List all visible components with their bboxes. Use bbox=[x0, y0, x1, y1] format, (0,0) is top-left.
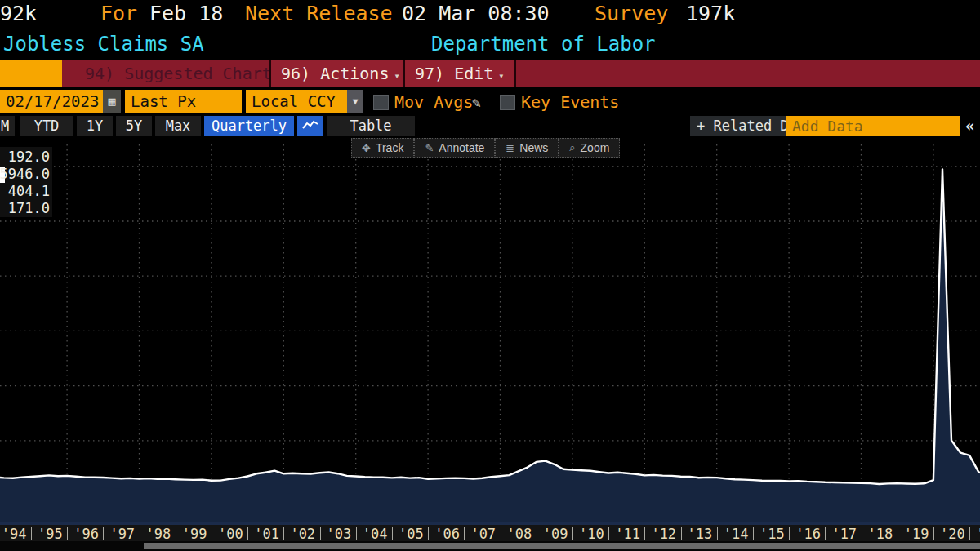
line-chart-icon[interactable] bbox=[297, 116, 323, 136]
x-axis-tick bbox=[283, 527, 284, 540]
tab-table[interactable]: Table bbox=[327, 116, 415, 136]
x-axis-tick bbox=[933, 527, 934, 540]
x-axis-label: '01 bbox=[254, 526, 279, 542]
bloomberg-terminal-window: 92k For Feb 18 Next Release 02 Mar 08:30… bbox=[0, 0, 980, 551]
x-axis-label: '06 bbox=[434, 526, 460, 542]
x-axis-tick bbox=[247, 527, 248, 540]
tab-range-5y[interactable]: 5Y bbox=[116, 116, 152, 136]
currency-dropdown-icon[interactable]: ▼ bbox=[347, 90, 363, 113]
x-axis-label: '03 bbox=[327, 526, 352, 542]
x-axis-label: '95 bbox=[38, 526, 63, 542]
menu-bar: 94) Suggested Charts 96) Actions▾ 97) Ed… bbox=[0, 60, 980, 87]
survey-label: Survey bbox=[595, 2, 668, 25]
next-release-label: Next Release bbox=[245, 2, 393, 25]
jobless-claims-area-chart bbox=[0, 136, 980, 522]
edit-menu[interactable]: 97) Edit▾ bbox=[403, 60, 516, 87]
range-tabs-row: M YTD 1Y 5Y Max Quarterly ▼ Table + Rela… bbox=[0, 116, 980, 136]
x-axis-label: '97 bbox=[109, 526, 135, 542]
x-axis-label: '15 bbox=[760, 526, 785, 542]
x-axis-tick bbox=[501, 527, 501, 540]
x-axis-label: '16 bbox=[795, 526, 821, 542]
x-axis-tick bbox=[31, 527, 32, 540]
actions-label: 96) Actions bbox=[281, 64, 389, 83]
calendar-icon[interactable]: ▦ bbox=[103, 90, 121, 113]
annotate-button[interactable]: ✎ Annotate bbox=[414, 138, 495, 158]
scrollbar-thumb[interactable] bbox=[144, 543, 980, 549]
tab-range-ytd[interactable]: YTD bbox=[20, 116, 74, 136]
x-axis-label: '99 bbox=[182, 526, 207, 542]
x-axis-label: '04 bbox=[363, 526, 388, 542]
tab-range-1y[interactable]: 1Y bbox=[77, 116, 113, 136]
x-axis-tick bbox=[103, 527, 104, 540]
x-axis-label: '18 bbox=[868, 526, 893, 542]
suggested-charts-menu[interactable]: 94) Suggested Charts bbox=[75, 60, 292, 87]
legend-last-value: 192.0 bbox=[8, 149, 50, 166]
x-axis-label: '20 bbox=[940, 526, 965, 542]
key-events-label: Key Events bbox=[521, 90, 619, 113]
header-row: 92k For Feb 18 Next Release 02 Mar 08:30… bbox=[0, 2, 980, 31]
currency-input[interactable]: Local CCY bbox=[246, 90, 347, 113]
security-row: Jobless Claims SA Department of Labor bbox=[0, 33, 980, 59]
zoom-button[interactable]: ⌕ Zoom bbox=[559, 138, 620, 158]
x-axis-tick bbox=[681, 527, 682, 540]
x-axis-tick bbox=[572, 527, 573, 540]
chevron-down-icon: ▾ bbox=[498, 70, 504, 82]
chart-legend: 192.0 5946.0 404.1 171.0 bbox=[0, 147, 52, 217]
for-label: For bbox=[100, 2, 137, 25]
x-axis-label: '14 bbox=[724, 526, 749, 542]
key-events-checkbox[interactable] bbox=[500, 95, 515, 110]
controls-row: 02/17/2023 ▦ Last Px Local CCY ▼ Mov Avg… bbox=[0, 90, 980, 115]
add-data-input[interactable]: Add Data bbox=[786, 116, 960, 136]
zoom-icon: ⌕ bbox=[569, 141, 575, 154]
edit-label: 97) Edit bbox=[415, 64, 493, 83]
chart-area[interactable]: ✥ Track ✎ Annotate ≣ News ⌕ Zoom 192.0 5… bbox=[0, 136, 980, 522]
collapse-panel-icon[interactable]: « bbox=[965, 116, 974, 136]
actions-menu[interactable]: 96) Actions▾ bbox=[270, 60, 412, 87]
chevron-down-icon: ▾ bbox=[394, 70, 399, 82]
x-axis-tick bbox=[969, 527, 970, 540]
track-button[interactable]: ✥ Track bbox=[351, 138, 414, 158]
x-axis-label: '13 bbox=[688, 526, 713, 542]
x-axis-tick bbox=[789, 527, 790, 540]
x-axis-tick bbox=[140, 527, 140, 540]
news-label: News bbox=[519, 141, 548, 154]
x-axis-label: '17 bbox=[831, 526, 857, 542]
x-axis-label: '08 bbox=[507, 526, 532, 542]
tab-range-m[interactable]: M bbox=[0, 116, 15, 136]
tab-range-max[interactable]: Max bbox=[155, 116, 201, 136]
x-axis-tick bbox=[717, 527, 718, 540]
x-axis-tick bbox=[392, 527, 393, 540]
track-icon: ✥ bbox=[362, 142, 371, 154]
for-date-value: Feb 18 bbox=[149, 2, 223, 25]
legend-high-value: 5946.0 bbox=[0, 166, 50, 183]
survey-value: 197k bbox=[686, 2, 735, 25]
security-source: Department of Labor bbox=[431, 33, 656, 56]
x-axis-label: '07 bbox=[470, 526, 496, 542]
annotate-label: Annotate bbox=[439, 141, 484, 154]
x-axis-tick bbox=[644, 527, 645, 540]
mov-avgs-checkbox[interactable] bbox=[373, 95, 389, 110]
period-dropdown[interactable]: Quarterly ▼ bbox=[204, 116, 294, 136]
annotate-icon: ✎ bbox=[425, 142, 434, 154]
x-axis-label: '98 bbox=[146, 526, 172, 542]
pencil-icon[interactable]: ✎ bbox=[472, 90, 481, 113]
legend-low-value: 171.0 bbox=[8, 200, 50, 217]
x-axis-tick bbox=[608, 527, 609, 540]
x-axis-label: '21 bbox=[976, 526, 980, 542]
x-axis-tick bbox=[825, 527, 826, 540]
related-data-button[interactable]: + Related Dat: bbox=[690, 116, 795, 136]
date-input[interactable]: 02/17/2023 bbox=[0, 90, 103, 113]
x-axis-label: '96 bbox=[74, 526, 99, 542]
x-axis-tick bbox=[898, 527, 898, 540]
x-axis-tick bbox=[212, 527, 212, 540]
x-axis-label: '05 bbox=[399, 526, 424, 542]
x-axis-label: '12 bbox=[651, 526, 676, 542]
legend-average-value: 404.1 bbox=[8, 183, 50, 200]
menu-command-block[interactable] bbox=[0, 60, 62, 87]
price-type-input[interactable]: Last Px bbox=[125, 90, 242, 113]
x-axis-label: '11 bbox=[615, 526, 640, 542]
x-axis-tick bbox=[176, 527, 176, 540]
news-button[interactable]: ≣ News bbox=[495, 138, 559, 158]
horizontal-scrollbar[interactable] bbox=[0, 541, 980, 551]
x-axis-tick bbox=[753, 527, 754, 540]
